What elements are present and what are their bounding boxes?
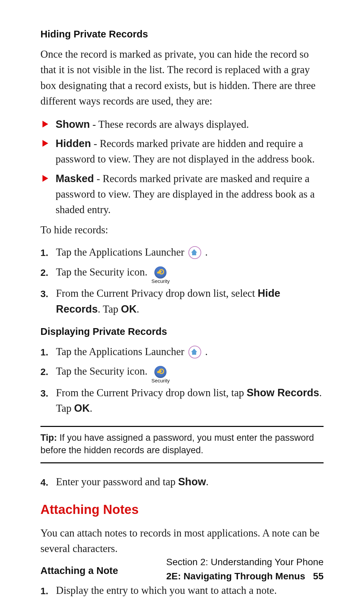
step-number: 4. — [40, 474, 56, 490]
attach-note-steps: 1. Display the entry to which you want t… — [40, 583, 324, 599]
triangle-bullet-icon — [42, 121, 48, 127]
list-item-text: Hidden - Records marked private are hidd… — [56, 136, 324, 167]
record-modes-list: Shown - These records are always display… — [40, 117, 324, 218]
list-item: Masked - Records marked private are mask… — [40, 171, 324, 218]
step-text: Display the entry to which you want to a… — [56, 583, 324, 599]
step-text: Enter your password and tap Show. — [56, 474, 324, 490]
list-item-text: Masked - Records marked private are mask… — [56, 171, 324, 218]
heading-attaching-notes: Attaching Notes — [40, 500, 324, 519]
footer-chapter-title: 2E: Navigating Through Menus — [166, 571, 305, 581]
paragraph-attaching-notes-intro: You can attach notes to records in most … — [40, 525, 324, 557]
page-number: 55 — [313, 571, 324, 581]
step-text: Tap the Security icon. Security — [56, 364, 324, 381]
heading-hiding-private-records: Hiding Private Records — [40, 27, 324, 42]
manual-page: Hiding Private Records Once the record i… — [0, 0, 364, 607]
step-item: 1. Display the entry to which you want t… — [40, 583, 324, 599]
triangle-bullet-icon — [42, 175, 48, 182]
key-icon — [154, 366, 166, 378]
step-number: 2. — [40, 364, 56, 379]
step-item: 1. Tap the Applications Launcher . — [40, 244, 324, 260]
step-item: 3. From the Current Privacy drop down li… — [40, 286, 324, 317]
step-text: Tap the Applications Launcher . — [56, 344, 324, 360]
heading-displaying-private-records: Displaying Private Records — [40, 324, 324, 339]
home-icon — [188, 246, 201, 259]
triangle-bullet-icon — [42, 140, 48, 147]
list-item-text: Shown - These records are always display… — [56, 117, 324, 132]
step-text: From the Current Privacy drop down list,… — [56, 385, 324, 416]
step-item: 2. Tap the Security icon. Security — [40, 264, 324, 282]
step-item: 3. From the Current Privacy drop down li… — [40, 385, 324, 416]
show-records-steps: 1. Tap the Applications Launcher . 2. Ta… — [40, 344, 324, 416]
lead-to-hide-records: To hide records: — [40, 222, 324, 238]
step-text: Tap the Security icon. Security — [56, 264, 324, 282]
step-number: 3. — [40, 286, 56, 301]
step-text: From the Current Privacy drop down list,… — [56, 286, 324, 317]
tip-box: Tip: If you have assigned a password, yo… — [40, 426, 324, 464]
security-icon-label: Security — [151, 378, 170, 383]
key-icon — [154, 266, 166, 279]
tip-text: If you have assigned a password, you mus… — [40, 433, 314, 456]
security-icon: Security — [151, 366, 170, 383]
security-icon: Security — [151, 266, 170, 284]
list-item: Shown - These records are always display… — [40, 117, 324, 132]
list-item: Hidden - Records marked private are hidd… — [40, 136, 324, 167]
step-item: 4. Enter your password and tap Show. — [40, 474, 324, 490]
security-icon-label: Security — [151, 279, 170, 284]
footer-section-title: Section 2: Understanding Your Phone — [0, 555, 324, 569]
step-number: 2. — [40, 264, 56, 280]
tip-label: Tip: — [40, 433, 57, 443]
step-text: Tap the Applications Launcher . — [56, 244, 324, 260]
password-step: 4. Enter your password and tap Show. — [40, 474, 324, 490]
hide-records-steps: 1. Tap the Applications Launcher . 2. Ta… — [40, 244, 324, 317]
step-item: 2. Tap the Security icon. Security — [40, 364, 324, 381]
home-icon — [188, 346, 201, 358]
step-number: 1. — [40, 244, 56, 260]
step-number: 3. — [40, 385, 56, 401]
paragraph-intro-hiding: Once the record is marked as private, yo… — [40, 47, 324, 109]
page-footer: Section 2: Understanding Your Phone 2E: … — [0, 555, 324, 583]
step-item: 1. Tap the Applications Launcher . — [40, 344, 324, 360]
step-number: 1. — [40, 344, 56, 359]
step-number: 1. — [40, 583, 56, 598]
